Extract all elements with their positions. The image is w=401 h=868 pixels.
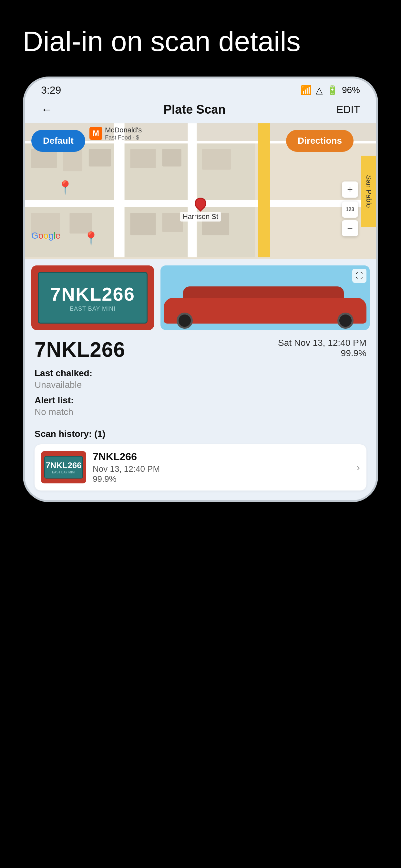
scan-history-section: Scan history: (1) 7NKL266 EAST BAY MINI … [25, 423, 376, 500]
svg-rect-12 [258, 123, 270, 257]
history-card[interactable]: 7NKL266 EAST BAY MINI 7NKL266 Nov 13, 12… [35, 444, 366, 491]
info-section: 7NKL266 Sat Nov 13, 12:40 PM 99.9% Last … [25, 330, 376, 417]
alert-list-row: Alert list: No match [35, 395, 366, 417]
zoom-out-button[interactable]: − [342, 220, 358, 237]
plate-dealer-text: EAST BAY MINI [70, 306, 116, 312]
battery-icon: 🔋 [327, 85, 338, 96]
gray-location-pin: 📍 [57, 180, 73, 195]
wifi-icon: 📶 [301, 85, 312, 96]
scan-confidence: 99.9% [278, 348, 366, 359]
default-button[interactable]: Default [31, 130, 85, 152]
history-plate-sub: EAST BAY MINI [52, 470, 75, 474]
san-pablo-road-label: San Pablo [361, 156, 376, 227]
scan-history-label: Scan history: (1) [35, 429, 366, 439]
poi-mcdonalds: M McDonald's Fast Food · $ [89, 126, 142, 141]
alert-list-label: Alert list: [35, 395, 366, 406]
photos-row: 7NKL266 EAST BAY MINI ⛶ [25, 259, 376, 330]
mcdonalds-icon: M [89, 127, 102, 140]
scan-meta: Sat Nov 13, 12:40 PM 99.9% [278, 338, 366, 359]
phone-shell: 3:29 📶 △ 🔋 96% ← Plate Scan EDIT [23, 76, 378, 502]
fullscreen-icon[interactable]: ⛶ [352, 269, 366, 283]
history-date: Nov 13, 12:40 PM [93, 464, 350, 474]
last-chalked-row: Last chalked: Unavailable [35, 368, 366, 390]
hero-title: Dial-in on scan details [0, 0, 401, 76]
svg-rect-14 [63, 149, 82, 171]
history-plate-text: 7NKL266 [45, 461, 81, 470]
directions-button[interactable]: Directions [286, 130, 353, 152]
plate-number-photo: 7NKL266 [50, 283, 135, 305]
plate-photo[interactable]: 7NKL266 EAST BAY MINI [31, 266, 154, 330]
edit-button[interactable]: EDIT [336, 104, 360, 116]
battery-level: 96% [342, 85, 360, 95]
history-chevron-icon: › [357, 461, 360, 473]
poi-category: Fast Food · $ [105, 134, 142, 141]
pin-label: Harrison St [180, 212, 221, 221]
signal-icon: △ [316, 85, 323, 96]
alert-list-value: No match [35, 407, 366, 417]
svg-rect-15 [89, 149, 111, 166]
scan-date: Sat Nov 13, 12:40 PM [278, 338, 366, 348]
svg-rect-17 [162, 149, 181, 166]
map-view[interactable]: M McDonald's Fast Food · $ 📍 Default Dir… [25, 123, 376, 259]
car-body [164, 298, 366, 323]
car-silhouette [160, 285, 370, 330]
zoom-in-button[interactable]: + [342, 182, 358, 197]
svg-rect-21 [162, 213, 183, 232]
svg-rect-11 [188, 123, 197, 257]
svg-rect-19 [69, 213, 92, 234]
plate-photo-inner: 7NKL266 EAST BAY MINI [38, 272, 148, 323]
map-location-pin: Harrison St [180, 197, 221, 221]
history-confidence: 99.9% [93, 474, 350, 484]
zoom-level: 123 [342, 202, 358, 218]
status-bar: 3:29 📶 △ 🔋 96% [25, 79, 376, 99]
svg-rect-20 [130, 213, 156, 235]
last-chalked-label: Last chalked: [35, 368, 366, 378]
status-time: 3:29 [41, 84, 61, 96]
svg-rect-13 [31, 149, 57, 168]
history-info: 7NKL266 Nov 13, 12:40 PM 99.9% [93, 451, 350, 484]
history-plate-inner: 7NKL266 EAST BAY MINI [44, 456, 83, 478]
pin-head [192, 195, 209, 212]
history-thumbnail: 7NKL266 EAST BAY MINI [41, 451, 86, 484]
top-nav: ← Plate Scan EDIT [25, 99, 376, 123]
last-chalked-value: Unavailable [35, 380, 366, 390]
car-photo[interactable]: ⛶ [160, 266, 370, 330]
google-logo: Google [31, 230, 60, 241]
svg-rect-22 [202, 149, 231, 169]
info-header-row: 7NKL266 Sat Nov 13, 12:40 PM 99.9% [35, 338, 366, 362]
status-icons: 📶 △ 🔋 96% [301, 85, 360, 96]
history-plate-number: 7NKL266 [93, 451, 350, 463]
poi-info: McDonald's Fast Food · $ [105, 126, 142, 141]
svg-rect-16 [130, 149, 156, 168]
car-wheel-left [177, 313, 193, 329]
plate-number-display: 7NKL266 [35, 338, 125, 362]
gray-bottom-pin: 📍 [83, 231, 99, 246]
car-wheel-right [337, 313, 353, 329]
page-title: Plate Scan [163, 103, 225, 117]
poi-name: McDonald's [105, 126, 142, 134]
svg-rect-10 [114, 123, 125, 257]
back-button[interactable]: ← [41, 103, 53, 116]
